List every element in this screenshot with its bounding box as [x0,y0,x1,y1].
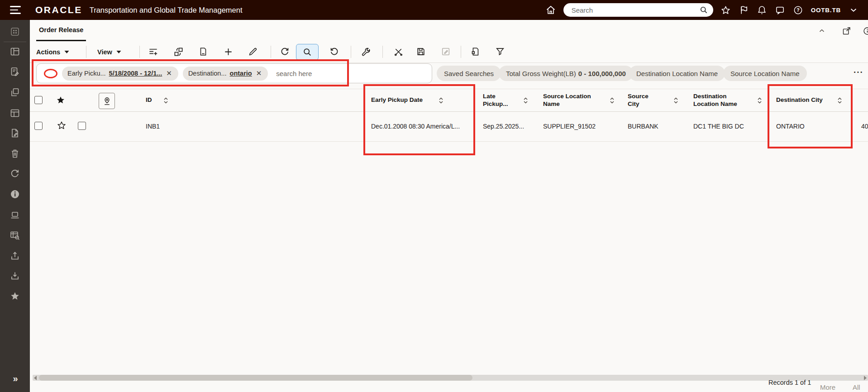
sort-icon[interactable] [163,97,168,104]
wrench-icon[interactable] [357,44,375,59]
global-header: ORACLE Transportation and Global Trade M… [0,0,868,20]
table-header: ID Early Pickup Date Late Pickup... Sour… [30,89,868,112]
table-layout-icon[interactable] [0,105,30,121]
redo-icon[interactable] [325,44,343,59]
table-search-icon[interactable] [0,228,30,243]
actions-menu-button[interactable]: Actions [36,44,69,59]
column-header-source-location-name[interactable]: Source Location Name [543,89,615,111]
sort-icon[interactable] [837,97,842,104]
column-header-destination-location-name[interactable]: Destination Location Name [693,89,762,111]
filter-label: Destination... [188,70,227,77]
filter-search-input[interactable] [275,69,349,78]
favorite-column-star-icon[interactable] [56,95,66,107]
add-to-list-icon[interactable] [144,44,162,59]
search-icon[interactable] [699,5,709,15]
global-search-input[interactable] [571,6,699,14]
sort-icon[interactable] [439,97,444,104]
hamburger-menu-icon[interactable] [10,4,22,16]
open-in-new-window-icon[interactable] [841,25,852,36]
sort-icon[interactable] [673,97,678,104]
refresh-icon[interactable] [0,166,30,182]
account-chevron-down-icon[interactable] [848,5,859,15]
filter-value[interactable]: 5/18/2008 - 12/1... [109,70,162,77]
caret-down-icon [64,50,69,54]
sort-icon[interactable] [523,97,528,104]
page-layout-icon[interactable] [0,44,30,59]
row-indicator-checkbox[interactable] [78,122,86,130]
messages-chat-icon[interactable] [775,5,786,15]
suggested-filter-chip[interactable]: Source Location Name [723,66,807,81]
column-header-early-pickup-date[interactable]: Early Pickup Date [371,89,444,111]
home-icon[interactable] [545,5,556,15]
filter-bar: Early Picku... 5/18/2008 - 12/1... ✕ Des… [30,62,868,89]
app-title: Transportation and Global Trade Manageme… [90,6,243,14]
applied-filter-chip[interactable]: Destination... ontario ✕ [183,67,268,81]
column-header-source-city[interactable]: Source City [628,89,678,111]
workbench-icon[interactable] [0,207,30,223]
cell-early-pickup-date: Dec.01.2008 08:30 America/L... [371,111,460,141]
caret-down-icon [116,50,121,54]
tab-order-release[interactable]: Order Release [36,20,86,41]
table-row[interactable]: INB1 Dec.01.2008 08:30 America/L... Sep.… [30,111,868,142]
main-content: Order Release Actions View [30,20,868,392]
sort-icon[interactable] [757,97,762,104]
collapse-chevron-up-icon[interactable] [816,25,827,36]
download-icon[interactable] [0,268,30,283]
cell-destination-location-name: DC1 THE BIG DC [693,111,744,141]
search-tool-icon[interactable] [296,44,319,60]
sort-icon[interactable] [610,97,615,104]
row-checkbox[interactable] [34,122,43,130]
edit-pencil-icon[interactable] [244,44,262,59]
more-button[interactable]: More [820,383,835,391]
remove-filter-icon[interactable]: ✕ [255,69,263,77]
scroll-right-arrow-icon[interactable] [864,376,867,380]
horizontal-scrollbar[interactable] [33,375,868,381]
document-remove-icon[interactable] [194,44,212,59]
upload-icon[interactable] [0,248,30,263]
hierarchy-move-icon[interactable] [169,44,187,59]
app-grid-icon[interactable] [0,24,30,39]
horizontal-scrollbar-thumb[interactable] [39,375,472,381]
saved-searches-button[interactable]: Saved Searches [437,66,501,81]
flag-icon[interactable] [739,5,749,15]
applied-filter-chip[interactable]: Early Picku... 5/18/2008 - 12/1... ✕ [62,67,178,81]
column-header-destination-city[interactable]: Destination City [776,89,842,111]
favorites-icon[interactable] [0,288,30,304]
copy-icon[interactable] [0,85,30,100]
select-all-checkbox[interactable] [34,96,43,104]
notifications-bell-icon[interactable] [757,5,768,15]
filter-overflow-button[interactable]: ... [854,65,863,75]
remove-filter-icon[interactable]: ✕ [165,69,173,77]
save-icon[interactable] [412,44,430,59]
record-type-oval-icon [44,69,57,78]
all-button[interactable]: All [853,383,860,391]
filter-funnel-icon[interactable] [491,44,509,59]
cell-late-pickup: Sep.25.2025... [483,111,524,141]
sidebar-expand-button[interactable]: » [0,373,30,384]
refresh-icon[interactable] [276,44,294,59]
export-spreadsheet-icon[interactable] [466,44,484,59]
document-edit-icon[interactable] [0,125,30,141]
map-view-button[interactable] [99,93,115,109]
help-icon[interactable]: ? [793,5,804,15]
view-menu-button[interactable]: View [97,44,121,59]
account-badge[interactable]: OOTB.TB [811,7,841,14]
info-icon[interactable] [0,186,30,202]
add-plus-icon[interactable] [219,44,237,59]
favorites-star-icon[interactable] [720,5,731,15]
unassign-crossed-tools-icon[interactable] [389,44,407,59]
suggested-filter-chip[interactable]: Total Gross Weight(LB) 0 - 100,000,000 [499,66,633,81]
page-info-icon[interactable] [862,25,868,36]
filter-value[interactable]: ontario [230,70,252,77]
filter-search-field[interactable]: Early Picku... 5/18/2008 - 12/1... ✕ Des… [36,63,432,83]
suggested-filter-chip[interactable]: Destination Location Name [629,66,725,81]
column-header-id[interactable]: ID [146,89,168,111]
scroll-left-arrow-icon[interactable] [34,376,37,380]
row-favorite-star-icon[interactable] [57,120,67,132]
toolbar-divider [139,46,140,58]
trash-icon[interactable] [0,146,30,161]
column-header-late-pickup[interactable]: Late Pickup... [483,89,528,111]
cell-overflow-value: 40 [861,111,868,141]
clipboard-edit-icon[interactable] [0,64,30,79]
toolbar-divider [351,46,351,58]
